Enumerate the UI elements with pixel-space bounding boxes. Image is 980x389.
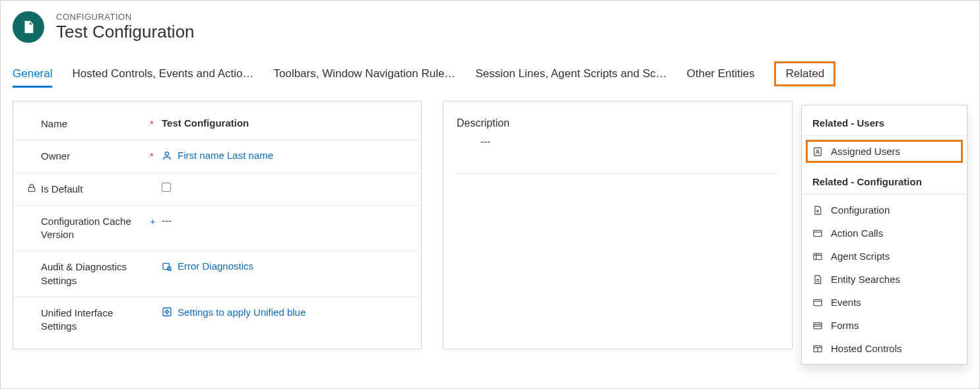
window-icon xyxy=(812,228,823,239)
field-label: Name xyxy=(41,117,150,131)
menu-item-entity-searches[interactable]: Entity Searches xyxy=(802,268,967,291)
svg-point-5 xyxy=(166,311,168,313)
checkbox-icon xyxy=(162,183,171,192)
menu-item-assigned-users[interactable]: Assigned Users xyxy=(806,140,963,163)
person-icon xyxy=(162,150,172,161)
required-indicator: * xyxy=(150,150,162,161)
description-label: Description xyxy=(443,108,792,136)
users-icon xyxy=(812,146,823,157)
svg-rect-10 xyxy=(814,253,822,259)
tab-session-lines[interactable]: Session Lines, Agent Scripts and Sc… xyxy=(475,63,667,87)
tab-toolbars[interactable]: Toolbars, Window Navigation Rule… xyxy=(273,63,455,87)
field-row-audit: Audit & Diagnostics Settings Error Diagn… xyxy=(13,251,421,297)
menu-section-configuration: Related - Configuration xyxy=(802,172,967,194)
form-icon xyxy=(812,320,823,331)
tab-general[interactable]: General xyxy=(13,63,52,87)
related-menu: Related - Users Assigned Users Related -… xyxy=(801,105,967,365)
settings-icon xyxy=(162,307,172,317)
is-default-checkbox[interactable] xyxy=(162,183,408,192)
field-row-owner: Owner * First name Last name xyxy=(13,140,421,173)
description-panel: Description --- xyxy=(443,101,793,349)
field-label: Owner xyxy=(41,150,150,163)
menu-item-configuration[interactable]: Configuration xyxy=(802,198,967,222)
page-title: Test Configuration xyxy=(56,22,195,42)
window-icon xyxy=(812,297,823,308)
name-input[interactable]: Test Configuration xyxy=(162,117,408,129)
field-label: Audit & Diagnostics Settings xyxy=(41,260,150,287)
field-label: Unified Interface Settings xyxy=(41,307,150,334)
menu-item-events[interactable]: Events xyxy=(802,291,967,314)
document-icon xyxy=(812,274,823,285)
description-input[interactable]: --- xyxy=(443,136,792,163)
svg-point-0 xyxy=(165,152,168,155)
document-gear-icon xyxy=(812,205,823,216)
tab-related[interactable]: Related xyxy=(774,61,835,86)
field-label: Is Default xyxy=(41,183,150,196)
tab-strip: General Hosted Controls, Events and Acti… xyxy=(1,49,979,89)
svg-point-8 xyxy=(817,210,819,212)
field-row-cache-version: Configuration Cache Version + --- xyxy=(13,206,421,252)
lock-icon xyxy=(26,183,41,193)
audit-lookup[interactable]: Error Diagnostics xyxy=(162,260,408,272)
cache-version-input[interactable]: --- xyxy=(162,215,408,226)
menu-item-forms[interactable]: Forms xyxy=(802,314,967,337)
menu-section-users: Related - Users xyxy=(802,113,967,136)
field-row-name: Name * Test Configuration xyxy=(13,108,421,140)
svg-rect-9 xyxy=(814,230,822,236)
divider xyxy=(457,173,779,174)
menu-item-action-calls[interactable]: Action Calls xyxy=(802,222,967,245)
menu-item-hosted-controls[interactable]: Hosted Controls xyxy=(802,337,967,360)
field-label: Configuration Cache Version xyxy=(41,215,150,242)
field-row-is-default: Is Default xyxy=(13,173,421,206)
layout-icon xyxy=(812,344,823,354)
svg-point-7 xyxy=(817,150,819,152)
unified-lookup[interactable]: Settings to apply Unified blue xyxy=(162,307,408,318)
diagnostics-icon xyxy=(162,261,172,272)
svg-rect-11 xyxy=(814,299,822,305)
tab-other-entities[interactable]: Other Entities xyxy=(686,63,754,87)
owner-lookup[interactable]: First name Last name xyxy=(162,150,408,161)
required-indicator: * xyxy=(150,117,162,129)
entity-type-label: CONFIGURATION xyxy=(56,12,195,22)
entity-icon xyxy=(13,11,44,43)
field-row-unified: Unified Interface Settings Settings to a… xyxy=(13,297,421,343)
grid-icon xyxy=(812,251,823,262)
menu-item-agent-scripts[interactable]: Agent Scripts xyxy=(802,245,967,268)
recommended-indicator: + xyxy=(150,215,162,226)
svg-rect-4 xyxy=(163,308,171,316)
general-form-panel: Name * Test Configuration Owner * First … xyxy=(13,101,422,349)
tab-hosted-controls[interactable]: Hosted Controls, Events and Actio… xyxy=(72,63,253,87)
svg-rect-2 xyxy=(163,263,169,269)
svg-rect-1 xyxy=(28,187,34,191)
